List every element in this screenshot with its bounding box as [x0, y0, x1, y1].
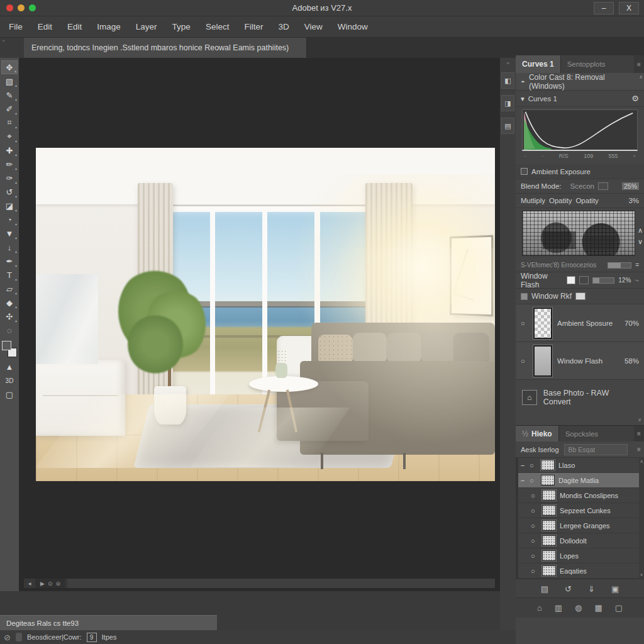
adjustment-header-row[interactable]: ◓ Color Cast 8: Removal (Windows) ∧ — [516, 73, 644, 91]
tab-sopcksles[interactable]: Sopcksles — [558, 426, 634, 441]
window-flash-layer-thumbnail[interactable] — [533, 345, 552, 377]
adjustment-layer-ambient[interactable]: ○ Ambient Sposure 70% — [516, 304, 644, 342]
scroll-left-icon[interactable]: ◂ — [24, 580, 35, 587]
preview-scroll-up-icon[interactable]: ∧ — [638, 227, 643, 233]
frame-icon[interactable]: ▢ — [615, 603, 623, 613]
play-icon[interactable]: ▶ — [40, 580, 45, 587]
base-photo-row[interactable]: ⌂ Base Photo - RAW Convert ∨ — [516, 380, 644, 425]
window-flash-swatch-2[interactable] — [579, 276, 588, 284]
menu-image[interactable]: Image — [97, 22, 121, 31]
layer-thumbnail[interactable] — [541, 475, 555, 486]
layer-thumbnail[interactable] — [542, 535, 556, 546]
dock-panel-2[interactable]: ◨ — [501, 95, 514, 111]
document-tab[interactable]: Erencing, todncs Inegien .Sstlend mbaros… — [24, 38, 307, 58]
multiply-label[interactable]: Mutliply — [521, 197, 545, 204]
menu-filter[interactable]: Filter — [244, 22, 263, 31]
window-rkf-swatch[interactable] — [575, 292, 586, 300]
collapse-icon[interactable]: − — [519, 462, 526, 469]
eye-icon[interactable]: ○ — [531, 492, 538, 499]
gear-icon[interactable]: ⚙ — [631, 94, 639, 103]
opacity-label-1[interactable]: Opatity — [549, 197, 572, 204]
canvas-playback-controls[interactable]: ▶ ⊙ ⊖ — [35, 579, 65, 588]
adjustment-layer-window-flash[interactable]: ○ Window Flash 58% — [516, 342, 644, 380]
menu-select[interactable]: Select — [206, 22, 230, 31]
tab-hieko[interactable]: ½ Hieko — [516, 426, 558, 441]
grid-icon[interactable]: ▦ — [594, 603, 602, 613]
ambient-layer-opacity[interactable]: 70% — [625, 319, 639, 327]
dock-expand-icon[interactable]: » — [506, 60, 509, 66]
home-icon[interactable]: ⌂ — [537, 603, 542, 613]
blend-mode-value[interactable]: Scecon — [570, 182, 594, 190]
tool-eraser[interactable]: ◪▴ — [1, 199, 18, 213]
layer-row-dollodolt[interactable]: ○ Dollodolt — [516, 533, 644, 548]
mask-slider[interactable] — [608, 262, 631, 269]
eye-icon[interactable]: ○ — [530, 462, 537, 469]
opacity-label-2[interactable]: Opatity — [575, 197, 598, 204]
menu-window[interactable]: Window — [338, 22, 368, 31]
tool-move[interactable]: ✥▴ — [1, 60, 18, 74]
window-flash-slider[interactable] — [592, 277, 615, 284]
layer-row-llaso[interactable]: − ○ Llaso — [516, 458, 644, 473]
layer-thumbnail[interactable] — [542, 550, 556, 561]
window-flash-layer-opacity[interactable]: 58% — [625, 357, 639, 365]
tool-quick-select[interactable]: ✐▴ — [1, 102, 18, 116]
eye-icon[interactable]: ○ — [531, 537, 538, 545]
layers-panel-menu-icon[interactable]: ≡ — [634, 426, 644, 441]
tool-brush[interactable]: ✏▴ — [1, 157, 18, 171]
window-flash-row[interactable]: Window Flash 12% ~ — [516, 272, 644, 289]
tool-path-select[interactable]: ▱▴ — [1, 282, 18, 296]
ambient-layer-thumbnail[interactable] — [533, 308, 552, 339]
eye-icon[interactable]: ○ — [521, 319, 528, 327]
ambient-exposure-checkbox[interactable] — [521, 168, 528, 175]
tool-zoom[interactable]: ◌ — [1, 323, 18, 337]
canvas-area[interactable]: ◂ ▶ ⊙ ⊖ — [19, 58, 500, 591]
curves-group-row[interactable]: ▾ Curves 1 ⚙ — [516, 91, 644, 107]
eye-icon[interactable]: ○ — [521, 357, 528, 365]
dock-panel-3[interactable]: ▤ — [501, 118, 514, 134]
mask-slider-row[interactable]: S-VEfomec'8) Erroocezrios = — [516, 258, 644, 272]
tool-pen[interactable]: ✒▴ — [1, 254, 18, 268]
stop-icon[interactable]: ⊖ — [55, 580, 60, 587]
dock-panel-1[interactable]: ◧ — [501, 72, 514, 89]
bag-icon[interactable]: ◍ — [575, 603, 582, 613]
layer-row-lergee[interactable]: ○ Lergee Granges — [516, 518, 644, 533]
tool-eyedropper[interactable]: ⌖▴ — [1, 130, 18, 143]
window-rkf-row[interactable]: Window Rkf — [516, 289, 644, 304]
tool-lasso[interactable]: ✎▴ — [1, 88, 18, 102]
filter-menu-icon[interactable]: ≡ — [634, 446, 644, 453]
layer-row-eaqaties[interactable]: ○ Eaqaties — [516, 564, 644, 579]
eye-icon[interactable]: ○ — [530, 477, 537, 484]
tool-blur[interactable]: ▼▴ — [1, 226, 18, 240]
layer-row-sepzeet[interactable]: ○ Sepzeet Cunkes — [516, 503, 644, 518]
opacity-row[interactable]: Mutliply Opatity Opatity 3% — [516, 194, 644, 208]
panel-menu-icon[interactable]: ≡ — [634, 55, 644, 73]
scroll-up-icon[interactable]: ∧ — [639, 74, 643, 80]
tool-hand[interactable]: ✣▴ — [1, 309, 18, 323]
layer-thumbnail[interactable] — [542, 490, 556, 501]
eye-icon[interactable]: ○ — [531, 522, 538, 530]
collapse-icon[interactable]: − — [519, 477, 526, 484]
scroll-up-icon[interactable]: ∧ — [639, 458, 644, 464]
menu-edit-2[interactable]: Edit — [67, 22, 82, 31]
menu-file[interactable]: File — [9, 22, 23, 31]
tool-screen-mode[interactable]: ▢ — [1, 387, 18, 401]
curves-graph[interactable] — [522, 109, 638, 151]
tool-type[interactable]: T▴ — [1, 268, 18, 282]
layer-row-mondis[interactable]: ○ Mondis Cnoslipens — [516, 488, 644, 503]
menu-layer[interactable]: Layer — [136, 22, 157, 31]
menu-edit[interactable]: Edit — [38, 22, 52, 31]
foreground-color-swatch[interactable] — [2, 341, 11, 350]
section-scroll-down-icon[interactable]: ∨ — [638, 417, 641, 423]
blend-mode-percent[interactable]: 25% — [622, 182, 639, 190]
status-count-box[interactable]: 9 — [87, 633, 97, 642]
tool-crop[interactable]: ⌗▴ — [1, 116, 18, 130]
tool-shape[interactable]: ◆▴ — [1, 296, 18, 309]
layer-row-lopes[interactable]: ○ Lopes — [516, 548, 644, 564]
tool-marquee[interactable]: ▧▴ — [1, 74, 18, 88]
eye-icon[interactable]: ○ — [531, 552, 538, 560]
tool-history-brush[interactable]: ↺▴ — [1, 185, 18, 199]
print-icon[interactable]: ▥ — [555, 603, 562, 613]
menu-type[interactable]: Type — [172, 22, 191, 31]
layer-thumbnail[interactable] — [542, 520, 556, 531]
refresh-icon[interactable]: ↺ — [565, 584, 572, 594]
